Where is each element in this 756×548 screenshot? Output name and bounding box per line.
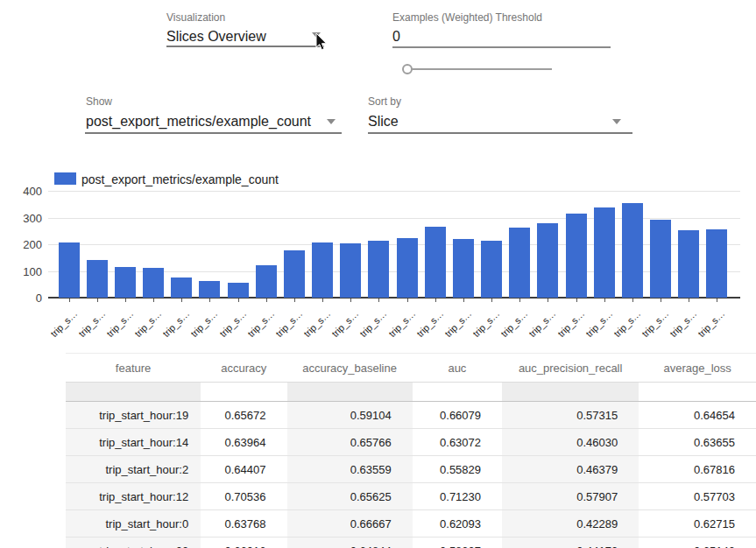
bar-example-count[interactable]: [59, 242, 80, 298]
x-axis-tick-mark: [717, 299, 717, 302]
show-label: Show: [86, 95, 112, 108]
sort-by-select[interactable]: Slice: [368, 114, 399, 130]
x-axis-tick-mark: [407, 299, 408, 302]
metric-cell-value: 0.64654: [639, 402, 756, 429]
column-header-auc[interactable]: auc: [413, 354, 502, 383]
x-axis-tick-mark: [378, 299, 379, 302]
table-row[interactable]: trip_start_hour:190.656720.591040.660790…: [66, 402, 756, 429]
threshold-slider-thumb[interactable]: [402, 64, 413, 74]
metric-cell-value: 0.42289: [502, 510, 639, 537]
metric-cell-value: 0.71230: [413, 483, 502, 510]
bar-example-count[interactable]: [397, 238, 418, 298]
table-filter-row: [66, 383, 756, 402]
feature-cell-value: trip_start_hour:23: [66, 537, 201, 548]
column-header-auc_precision_recall[interactable]: auc_precision_recall: [502, 354, 639, 383]
threshold-label: Examples (Weighted) Threshold: [392, 11, 542, 24]
visualization-select[interactable]: Slices Overview: [166, 29, 266, 45]
threshold-input-underline: [392, 46, 611, 48]
sort-by-chevron-down-icon[interactable]: [612, 119, 621, 124]
column-header-average_loss[interactable]: average_loss: [639, 354, 756, 383]
metric-cell-value: 0.65766: [287, 429, 413, 456]
threshold-slider-track[interactable]: [407, 68, 552, 70]
bar-example-count[interactable]: [566, 214, 587, 298]
bar-example-count[interactable]: [509, 228, 530, 298]
metric-cell-value: 0.62093: [413, 510, 502, 537]
feature-cell-value: trip_start_hour:14: [66, 429, 201, 456]
bar-example-count[interactable]: [228, 283, 249, 298]
metric-cell-value: 0.57315: [502, 402, 639, 429]
show-select[interactable]: post_export_metrics/example_count: [86, 114, 311, 130]
bar-example-count[interactable]: [368, 241, 389, 298]
table-row[interactable]: trip_start_hour:00.637680.666670.620930.…: [66, 510, 756, 537]
bar-example-count[interactable]: [678, 230, 699, 298]
table-row[interactable]: trip_start_hour:20.644070.635590.558290.…: [66, 456, 756, 483]
bar-example-count[interactable]: [256, 265, 277, 298]
x-axis-tick-mark: [69, 299, 70, 302]
table-row[interactable]: trip_start_hour:140.639640.657660.630720…: [66, 429, 756, 456]
metric-cell-value: 0.57703: [639, 483, 756, 510]
x-axis-tick-mark: [294, 299, 295, 302]
table-row[interactable]: trip_start_hour:120.705360.656250.712300…: [66, 483, 756, 510]
bar-example-count[interactable]: [594, 207, 615, 298]
bar-example-count[interactable]: [481, 241, 502, 298]
metric-cell-value: 0.66079: [413, 402, 502, 429]
filter-cell: [502, 383, 639, 402]
bar-example-count[interactable]: [199, 281, 220, 298]
y-axis-tick-label: 200: [12, 238, 42, 251]
show-select-underline: [85, 132, 342, 134]
feature-cell-value: trip_start_hour:0: [66, 510, 201, 537]
x-axis-tick-mark: [435, 299, 436, 302]
bar-example-count[interactable]: [115, 267, 136, 298]
chart-plot-area: 0100200300400trip_s…trip_s…trip_s…trip_s…: [0, 165, 756, 344]
y-axis-tick-label: 0: [12, 292, 42, 305]
bar-example-count[interactable]: [622, 203, 643, 298]
y-axis-tick-label: 300: [12, 212, 42, 225]
threshold-input[interactable]: 0: [392, 29, 400, 45]
column-header-accuracy_baseline[interactable]: accuracy_baseline: [287, 354, 413, 383]
slicing-metrics-browser: Visualization Slices Overview Examples (…: [0, 0, 756, 548]
bar-example-count[interactable]: [143, 268, 164, 298]
x-axis-tick-mark: [661, 299, 661, 302]
column-header-feature[interactable]: feature: [66, 354, 201, 383]
x-axis-tick-mark: [125, 299, 126, 302]
bar-example-count[interactable]: [650, 220, 671, 298]
metric-cell-value: 0.63768: [201, 510, 286, 537]
feature-cell-value: trip_start_hour:19: [66, 402, 201, 429]
metrics-table: featureaccuracyaccuracy_baselineaucauc_p…: [66, 353, 756, 548]
example-count-bar-chart: post_export_metrics/example_count 010020…: [0, 165, 756, 344]
metric-cell-value: 0.70536: [201, 483, 286, 510]
x-axis-tick-mark: [689, 299, 689, 302]
x-axis-tick-mark: [181, 299, 182, 302]
visualization-chevron-down-icon[interactable]: [312, 32, 321, 38]
filter-cell: [66, 383, 201, 402]
metric-cell-value: 0.64407: [201, 456, 286, 483]
bar-example-count[interactable]: [537, 223, 558, 298]
bar-example-count[interactable]: [706, 229, 727, 298]
metric-cell-value: 0.63964: [201, 429, 286, 456]
x-axis-tick-mark: [463, 299, 464, 302]
bar-example-count[interactable]: [453, 239, 474, 298]
metric-cell-value: 0.65625: [287, 483, 413, 510]
bar-example-count[interactable]: [340, 243, 361, 298]
metric-cell-value: 0.63559: [287, 456, 413, 483]
metric-cell-value: 0.63655: [639, 429, 756, 456]
filter-cell: [639, 383, 756, 402]
x-axis-tick-mark: [491, 299, 492, 302]
x-axis-tick-mark: [548, 299, 548, 302]
metric-cell-value: 0.66016: [201, 537, 286, 548]
metrics-table-grid: featureaccuracyaccuracy_baselineaucauc_p…: [66, 354, 756, 548]
metric-cell-value: 0.63072: [413, 429, 502, 456]
table-row[interactable]: trip_start_hour:230.660160.648440.583370…: [66, 537, 756, 548]
bar-example-count[interactable]: [284, 250, 305, 298]
metric-cell-value: 0.65142: [639, 537, 756, 548]
bar-example-count[interactable]: [425, 227, 446, 298]
show-chevron-down-icon[interactable]: [327, 119, 336, 124]
bar-example-count[interactable]: [87, 260, 108, 298]
chart-gridline: [48, 191, 740, 192]
bar-example-count[interactable]: [312, 242, 333, 298]
column-header-accuracy[interactable]: accuracy: [201, 354, 286, 383]
bar-example-count[interactable]: [171, 278, 192, 298]
x-axis-tick-mark: [322, 299, 323, 302]
feature-cell-value: trip_start_hour:2: [66, 456, 201, 483]
x-axis-tick-mark: [350, 299, 351, 302]
